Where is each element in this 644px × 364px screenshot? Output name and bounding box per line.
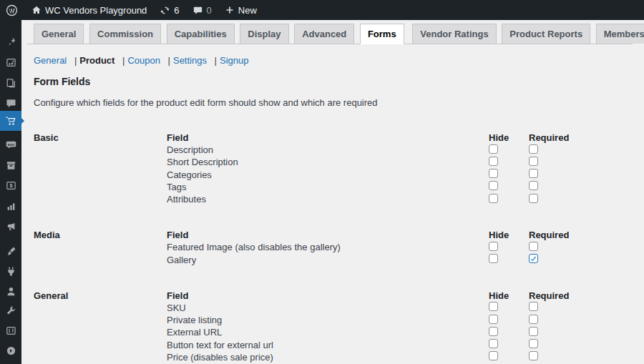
sidebar-item-pages[interactable] [0, 73, 21, 93]
settings-icon [6, 325, 16, 336]
table-row: Categories [167, 169, 567, 181]
subnav-separator: | [215, 55, 217, 66]
fields-table: Field Hide Required Description Short De… [167, 132, 567, 205]
sidebar-item-collapse-menu[interactable] [0, 340, 21, 360]
sidebar-item-marketing[interactable] [0, 217, 21, 237]
hide-checkbox[interactable] [489, 315, 498, 324]
tab-commission[interactable]: Commission [89, 24, 161, 44]
hide-checkbox[interactable] [489, 169, 498, 178]
section-title: Basic [34, 132, 167, 205]
sidebar-item-woocommerce-current[interactable] [0, 111, 21, 131]
tab-product-reports[interactable]: Product Reports [502, 24, 590, 44]
sidebar-item-payments[interactable]: $ [0, 175, 21, 195]
forms-subnav: General |Product |Coupon |Settings |Sign… [34, 55, 248, 66]
admin-bar-new[interactable]: New [218, 0, 263, 20]
tab-advanced[interactable]: Advanced [294, 24, 354, 44]
section-title: Media [34, 229, 167, 266]
subnav-current-product: Product [79, 55, 114, 66]
wrench-icon [6, 305, 16, 316]
tab-membership[interactable]: Membership [596, 24, 644, 44]
required-checkbox[interactable] [529, 302, 538, 311]
required-checkbox[interactable] [529, 194, 538, 203]
site-name: WC Vendors Playground [45, 5, 147, 16]
tab-general[interactable]: General [34, 24, 84, 44]
required-checkbox[interactable] [529, 144, 538, 154]
collapse-arrow-icon [6, 345, 16, 356]
subnav-link-coupon[interactable]: Coupon [127, 55, 160, 66]
sidebar-item-products[interactable] [0, 155, 21, 175]
sidebar-item-users[interactable] [0, 281, 21, 301]
hide-checkbox[interactable] [489, 181, 498, 190]
sidebar-item-tools[interactable] [0, 300, 21, 320]
sidebar-item-woocommerce-marketing[interactable]: woo [0, 134, 21, 154]
comment-count: 0 [207, 5, 212, 16]
column-header-hide: Hide [489, 290, 529, 301]
column-header-hide: Hide [489, 230, 529, 240]
required-checkbox[interactable] [529, 254, 538, 263]
tab-display[interactable]: Display [240, 24, 288, 44]
required-checkbox[interactable] [529, 157, 538, 166]
sidebar-item-plugins[interactable] [0, 261, 21, 281]
field-label: Attributes [167, 194, 489, 205]
hide-checkbox[interactable] [489, 327, 498, 336]
column-header-hide: Hide [489, 132, 529, 143]
table-row: Private listing [167, 314, 567, 326]
field-label: Tags [167, 182, 489, 192]
subnav-link-general[interactable]: General [34, 55, 67, 66]
column-header-required: Required [529, 132, 567, 143]
hide-checkbox[interactable] [489, 339, 498, 348]
hide-checkbox[interactable] [489, 242, 498, 251]
subnav-separator: | [74, 55, 77, 66]
plug-icon [6, 266, 16, 277]
required-checkbox[interactable] [529, 351, 538, 360]
section-basic: Basic Field Hide Required Description Sh… [34, 132, 567, 205]
wordpress-logo-menu[interactable] [0, 0, 25, 20]
page-title: Form Fields [34, 76, 90, 87]
sidebar-item-analytics[interactable] [0, 196, 21, 216]
fields-table: Field Hide Required SKU Private listing … [167, 290, 567, 363]
subnav-link-settings[interactable]: Settings [173, 55, 207, 66]
table-row: Featured Image (also disables the galler… [167, 241, 567, 253]
subnav-separator: | [122, 55, 125, 66]
table-row: Gallery [167, 254, 567, 266]
table-row: Price (disables sale price) [167, 351, 567, 363]
subnav-link-signup[interactable]: Signup [220, 55, 248, 66]
admin-bar-updates[interactable]: 6 [153, 0, 185, 20]
sidebar-item-settings[interactable] [0, 320, 21, 340]
field-label: Price (disables sale price) [167, 352, 489, 363]
tab-vendor-ratings[interactable]: Vendor Ratings [412, 24, 496, 44]
hide-checkbox[interactable] [489, 144, 498, 154]
user-icon [6, 286, 16, 297]
required-checkbox[interactable] [529, 181, 538, 190]
table-row: Short Description [167, 156, 567, 168]
section-general: General Field Hide Required SKU Private … [34, 290, 567, 363]
pages-icon [6, 78, 16, 89]
admin-bar-comments[interactable]: 0 [186, 0, 218, 20]
required-checkbox[interactable] [529, 169, 538, 178]
sidebar-item-media[interactable] [0, 52, 21, 72]
paintbrush-icon [6, 246, 16, 257]
sidebar-item-posts[interactable] [0, 31, 21, 51]
hide-checkbox[interactable] [489, 302, 498, 311]
plus-icon [225, 5, 235, 15]
hide-checkbox[interactable] [489, 254, 498, 263]
sidebar-item-comments[interactable] [0, 93, 21, 113]
required-checkbox[interactable] [529, 242, 538, 251]
comments-icon [192, 5, 203, 16]
tab-capabilities[interactable]: Capabilities [167, 24, 235, 44]
table-row: SKU [167, 302, 567, 314]
svg-text:woo: woo [6, 142, 14, 146]
hide-checkbox[interactable] [489, 157, 498, 166]
new-label: New [238, 5, 257, 16]
admin-bar-site-menu[interactable]: WC Vendors Playground [25, 0, 153, 20]
required-checkbox[interactable] [529, 339, 538, 348]
required-checkbox[interactable] [529, 315, 538, 324]
field-label: Gallery [167, 255, 489, 265]
required-checkbox[interactable] [529, 327, 538, 336]
hide-checkbox[interactable] [489, 351, 498, 360]
tab-forms[interactable]: Forms [360, 24, 404, 44]
field-label: Button text for external url [167, 340, 489, 350]
sidebar-item-appearance[interactable] [0, 241, 21, 261]
field-label: SKU [167, 302, 489, 313]
hide-checkbox[interactable] [489, 194, 498, 203]
